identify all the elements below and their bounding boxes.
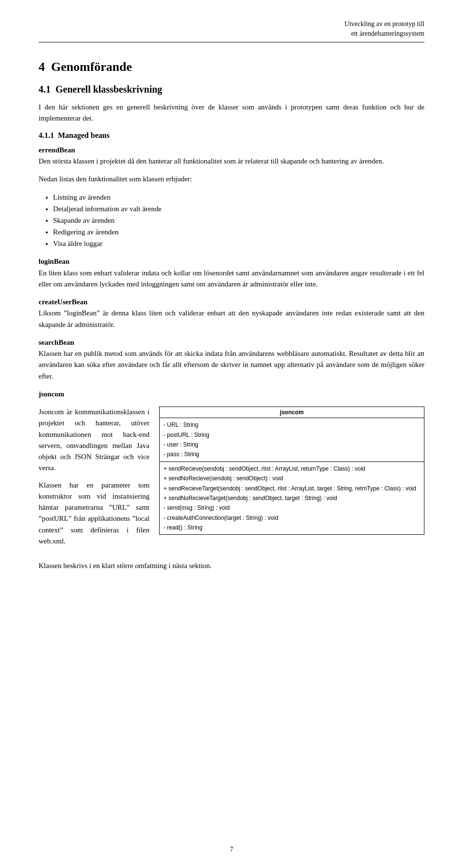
page-wrapper: Utveckling av en prototyp till ett ärend… [0, 0, 463, 868]
list-item: Listning av ärenden [53, 191, 424, 203]
list-item: Visa äldre loggar [53, 238, 424, 249]
jsoncom-left-text: Jsoncom är kommunikationsklassen i proje… [39, 407, 150, 554]
createuserbean-paragraph: createUserBean Liksom ”loginBean” är den… [39, 297, 424, 330]
chapter-number: 4 [39, 60, 45, 74]
uml-method: + sendNoRecieveTarget(sendobj : sendObje… [163, 493, 420, 503]
header-title: Utveckling av en prototyp till ett ärend… [39, 19, 424, 38]
section-4-1-heading: 4.1 Generell klassbeskrivning [39, 84, 424, 95]
uml-methods: + sendRecieve(sendobj : sendObject, rlis… [160, 462, 424, 535]
section-4-1-label: 4.1 [39, 84, 51, 95]
uml-method: + sendNoRecieve(sendobj : sendObject) : … [163, 474, 420, 483]
uml-method: - read() : String [163, 523, 420, 532]
uml-field: - user : String [163, 440, 420, 449]
uml-method: + sendRecieveTarget(sendobj : sendObject… [163, 484, 420, 493]
chapter-title: Genomförande [51, 60, 132, 74]
uml-method: - createAuthConnection(target : String) … [163, 513, 420, 523]
uml-diagram: jsoncom - URL : String - postURL : Strin… [159, 407, 424, 535]
chapter-heading: 4 Genomförande [39, 60, 424, 74]
page-number: 7 [230, 846, 233, 853]
uml-field: - URL : String [163, 420, 420, 430]
subsection-4-1-1-label: 4.1.1 [39, 131, 54, 139]
section-4-1-intro: I den här sektionen ges en generell besk… [39, 102, 424, 124]
uml-method: - send(msg : String) : void [163, 503, 420, 513]
header-line1: Utveckling av en prototyp till [344, 20, 424, 27]
list-item: Redigering av ärenden [53, 226, 424, 238]
jsoncom-param-text: Klassen har en parameter tom konstruktor… [39, 480, 150, 547]
searchbean-text: Klassen har en publik metod som används … [39, 350, 424, 380]
page-footer: 7 [39, 846, 424, 854]
searchbean-paragraph: searchBean Klassen har en publik metod s… [39, 337, 424, 382]
searchbean-term: searchBean [39, 339, 74, 346]
functionality-list: Listning av ärenden Detaljerad informati… [53, 191, 424, 249]
loginbean-text: En liten klass som enbart validerar inda… [39, 269, 424, 288]
errendbean-text: Den största klassen i projektet då den h… [39, 157, 384, 165]
uml-field: - postURL : String [163, 430, 420, 440]
header-line2: ett ärendehanteringssystem [351, 30, 424, 37]
closing-text: Klassen beskrivs i en klart större omfat… [39, 560, 424, 571]
page-header: Utveckling av en prototyp till ett ärend… [39, 19, 424, 42]
createuserbean-term: createUserBean [39, 298, 87, 306]
jsoncom-term-line: jsoncom [39, 389, 424, 400]
list-item: Detaljerad information av valt ärende [53, 203, 424, 215]
uml-fields: - URL : String - postURL : String - user… [160, 418, 424, 462]
uml-method: + sendRecieve(sendobj : sendObject, rlis… [163, 464, 420, 474]
createuserbean-text: Liksom ”loginBean” är denna klass liten … [39, 309, 424, 328]
loginbean-paragraph: loginBean En liten klass som enbart vali… [39, 256, 424, 290]
jsoncom-intro: Jsoncom är kommunikationsklassen i proje… [39, 407, 150, 474]
errendbean-paragraph: errendBean Den största klassen i projekt… [39, 145, 424, 167]
subsection-4-1-1-title: Managed beans [58, 131, 109, 139]
uml-title: jsoncom [160, 407, 424, 418]
jsoncom-term: jsoncom [39, 390, 64, 398]
section-4-1-title: Generell klassbeskrivning [55, 84, 162, 95]
uml-section: Jsoncom är kommunikationsklassen i proje… [39, 407, 424, 554]
subsection-4-1-1-heading: 4.1.1 Managed beans [39, 131, 424, 140]
list-item: Skapande av ärenden [53, 215, 424, 226]
bullet-intro: Nedan listas den funktionalitet som klas… [39, 174, 424, 185]
uml-field: - pass : String [163, 449, 420, 459]
errendbean-term: errendBean [39, 146, 75, 154]
loginbean-term: loginBean [39, 258, 69, 265]
